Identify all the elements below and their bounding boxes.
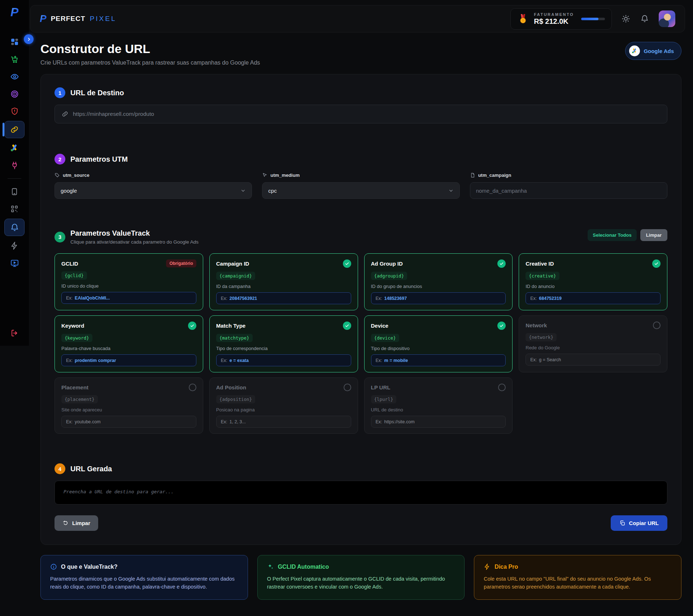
sidebar-item-notifications-active[interactable]	[4, 219, 25, 236]
param-card-campaign-id[interactable]: Campaign ID {campaignid} ID da campanha …	[209, 253, 358, 310]
sidebar-item-security[interactable]	[6, 103, 23, 119]
google-ads-icon	[631, 48, 638, 54]
unchecked-circle-icon	[344, 384, 351, 391]
sidebar-item-store[interactable]	[6, 51, 23, 67]
sidebar-item-views[interactable]	[6, 69, 23, 84]
example-value: g = Search	[539, 357, 561, 362]
param-description: ID do grupo de anuncios	[371, 284, 506, 289]
generated-url-actions: Limpar Copiar URL	[55, 515, 667, 531]
lightning-icon	[484, 563, 491, 570]
qr-code-icon	[10, 205, 19, 213]
sidebar-item-qr-codes[interactable]	[6, 201, 23, 217]
utm-fields-grid: utm_source google utm_medium	[55, 172, 667, 199]
example-value: EAIaIQobChMI...	[75, 296, 110, 301]
param-card-ad-group-id[interactable]: Ad Group ID {adgroupid} ID do grupo de a…	[364, 253, 513, 310]
copy-url-button[interactable]: Copiar URL	[611, 515, 668, 531]
param-description: Palavra-chave buscada	[61, 346, 196, 351]
example-value: 684752319	[539, 296, 562, 301]
chevron-down-icon	[240, 188, 246, 193]
example-prefix: Ex:	[530, 357, 537, 362]
page-title: Construtor de URL	[40, 42, 260, 56]
user-avatar[interactable]	[659, 10, 675, 27]
param-card-lp-url[interactable]: LP URL {lpurl} URL de destino Ex:https:/…	[364, 377, 513, 434]
info-card-body: O Perfect Pixel captura automaticamente …	[267, 575, 455, 591]
generated-url-output[interactable]	[55, 481, 667, 504]
brand-name-primary: PERFECT	[51, 15, 86, 22]
select-all-button[interactable]: Selecionar Todos	[588, 229, 636, 241]
example-prefix: Ex:	[66, 358, 73, 363]
google-ads-button[interactable]: Google Ads	[625, 42, 681, 60]
medal-icon	[517, 13, 529, 25]
step-2-badge: 2	[55, 154, 65, 165]
utm-medium-select[interactable]: cpc	[262, 182, 459, 199]
param-card-placement[interactable]: Placement {placement} Site onde apareceu…	[55, 377, 203, 434]
section-valuetrack: 3 Parametros ValueTrack Clique para ativ…	[55, 229, 667, 434]
clear-url-button[interactable]: Limpar	[55, 515, 98, 531]
section-url-gerada: 4 URL Gerada Limpar Copiar URL	[55, 463, 667, 531]
section-utm-title: Parametros UTM	[70, 155, 128, 163]
info-card-dica-pro: Dica Pro Cole esta URL no campo "URL fin…	[474, 555, 681, 600]
example-value: 20847563921	[230, 296, 257, 301]
revenue-label: FATURAMENTO	[534, 12, 574, 17]
utm-source-select[interactable]: google	[55, 182, 252, 199]
notifications-button[interactable]	[640, 14, 649, 23]
param-name: Placement	[61, 384, 88, 390]
param-card-keyword[interactable]: Keyword {keyword} Palavra-chave buscada …	[55, 315, 203, 372]
destination-url-input[interactable]: https://minhapresell.com/produto	[55, 105, 667, 123]
section-destino-title: URL de Destino	[70, 89, 124, 97]
example-value: m = mobile	[384, 358, 408, 363]
param-description: Site onde apareceu	[61, 407, 196, 412]
sidebar-item-google-ads[interactable]	[6, 140, 23, 156]
param-card-gclid[interactable]: GCLIDObrigatório {gclid} ID unico do cli…	[55, 253, 203, 310]
param-example: Ex:youtube.com	[61, 416, 196, 428]
link-icon	[10, 125, 19, 134]
sidebar-item-devices[interactable]	[6, 184, 23, 200]
unchecked-circle-icon	[498, 384, 506, 391]
copy-url-button-label: Copiar URL	[629, 520, 659, 526]
unchecked-circle-icon	[189, 384, 196, 391]
param-card-match-type[interactable]: Match Type {matchtype} Tipo de correspon…	[209, 315, 358, 372]
example-value: 148523697	[384, 296, 407, 301]
param-name: LP URL	[371, 384, 391, 390]
info-card-title: Dica Pro	[494, 564, 518, 570]
param-name: Creative ID	[526, 261, 554, 267]
param-name: Keyword	[61, 323, 84, 329]
param-code: {gclid}	[61, 271, 87, 280]
theme-toggle-button[interactable]	[621, 14, 631, 23]
chevron-down-icon	[448, 188, 454, 193]
section-valuetrack-title: Parametros ValueTrack	[70, 229, 199, 237]
check-icon	[497, 322, 506, 330]
page-head: Construtor de URL Crie URLs com parametr…	[40, 42, 681, 66]
info-card-title: GCLID Automatico	[278, 564, 329, 570]
tablet-icon	[10, 187, 19, 196]
page-head-text: Construtor de URL Crie URLs com parametr…	[40, 42, 260, 66]
sidebar-item-tracking[interactable]	[6, 86, 23, 102]
param-card-ad-position[interactable]: Ad Position {adposition} Posicao na pagi…	[209, 377, 358, 434]
sidebar-item-url-builder-active[interactable]	[4, 121, 25, 138]
check-icon	[343, 259, 351, 268]
param-card-device[interactable]: Device {device} Tipo de dispositivo Ex:m…	[364, 315, 513, 372]
example-prefix: Ex:	[376, 358, 382, 363]
example-value: 1, 2, 3...	[230, 419, 246, 424]
sidebar-expand-toggle[interactable]	[24, 34, 34, 44]
google-ads-logo-disc	[629, 45, 640, 56]
param-card-creative-id[interactable]: Creative ID {creative} ID do anuncio Ex:…	[519, 253, 667, 310]
utm-source-label-row: utm_source	[55, 172, 252, 178]
clear-params-button[interactable]: Limpar	[640, 229, 667, 241]
store-cart-icon	[10, 55, 19, 64]
sidebar-item-dashboard[interactable]	[6, 34, 23, 50]
param-example: Ex:g = Search	[526, 354, 661, 366]
sidebar-item-tutorials[interactable]	[6, 255, 23, 271]
sidebar-item-logout[interactable]	[6, 325, 23, 341]
param-card-network[interactable]: Network {network} Rede do Google Ex:g = …	[519, 315, 667, 372]
brand-p-logo-header: P	[40, 13, 47, 25]
param-example: Ex:684752319	[526, 292, 661, 304]
sidebar-item-automations[interactable]	[6, 238, 23, 254]
app-root: P	[0, 0, 693, 616]
utm-campaign-input[interactable]	[470, 182, 667, 199]
param-example: Ex:prodentim comprar	[61, 354, 196, 366]
sidebar-item-integrations[interactable]	[6, 157, 23, 173]
step-3-badge: 3	[55, 232, 65, 243]
param-description: Rede do Google	[526, 345, 661, 350]
info-card-body: Cole esta URL no campo "URL final" do se…	[484, 575, 672, 591]
